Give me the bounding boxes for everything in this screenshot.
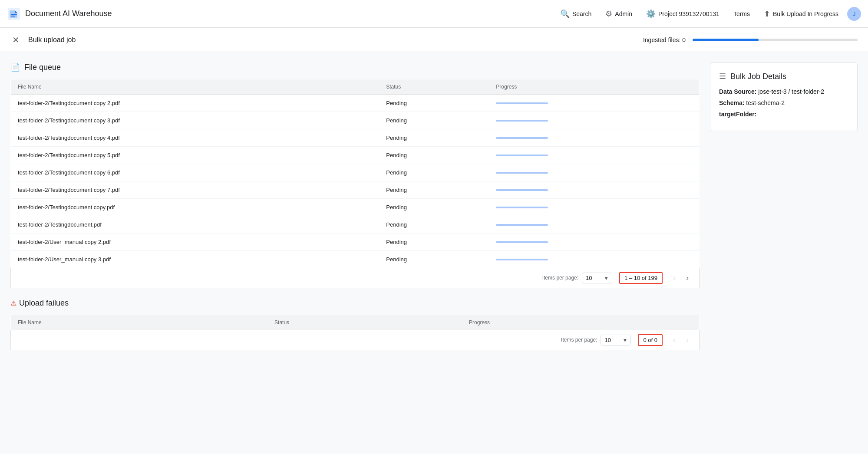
table-row: test-folder-2/User_manual copy 3.pdf Pen… [11, 251, 700, 268]
file-name-cell: test-folder-2/Testingdocument.pdf [11, 216, 380, 234]
bulk-job-details-card: ☰ Bulk Job Details Data Source: jose-tes… [710, 63, 858, 131]
progress-cell [489, 216, 699, 234]
mini-progress-bar [496, 120, 548, 122]
mini-progress-bar [496, 259, 548, 260]
data-source-label: Data Source: [719, 88, 756, 95]
close-button[interactable]: ✕ [10, 33, 21, 47]
admin-icon: ⚙ [605, 9, 612, 19]
mini-progress-bar [496, 224, 548, 226]
status-cell: Pending [379, 112, 489, 129]
table-row: test-folder-2/Testingdocument copy 4.pdf… [11, 129, 700, 147]
status-cell: Pending [379, 147, 489, 164]
schema-label: Schema: [719, 99, 744, 106]
page-info: 1 – 10 of 199 [619, 272, 663, 284]
status-cell: Pending [379, 234, 489, 251]
progress-cell [489, 181, 699, 199]
bulk-upload-button[interactable]: ⬆ Bulk Upload In Progress [759, 6, 844, 22]
mini-progress-fill [496, 137, 548, 139]
avatar-initials: J [853, 10, 856, 17]
bulk-details-title: Bulk Job Details [730, 72, 786, 81]
table-row: test-folder-2/User_manual copy 2.pdf Pen… [11, 234, 700, 251]
failures-select-wrapper: 10 25 50 100 ▼ [601, 335, 631, 345]
file-name-cell: test-folder-2/Testingdocument copy 6.pdf [11, 164, 380, 181]
file-queue-pagination: Items per page: 10 25 50 100 ▼ 1 – 10 of… [10, 268, 700, 288]
col-progress: Progress [489, 79, 699, 95]
progress-bar-fill [693, 39, 759, 41]
failures-page-info: 0 of 0 [638, 334, 663, 346]
project-label: Project 939132700131 [658, 10, 719, 17]
file-name-cell: test-folder-2/Testingdocument copy 4.pdf [11, 129, 380, 147]
target-folder-row: targetFolder: [719, 111, 848, 118]
next-page-button[interactable]: › [683, 272, 692, 284]
mini-progress-bar [496, 189, 548, 191]
items-select-wrapper: 10 25 50 100 ▼ [582, 273, 612, 283]
upload-failures-section: ⚠ Upload failues File Name Status Progre… [10, 299, 700, 350]
search-button[interactable]: 🔍 Search [555, 6, 597, 22]
status-cell: Pending [379, 129, 489, 147]
bulk-upload-label: Bulk Upload In Progress [773, 10, 838, 17]
admin-button[interactable]: ⚙ Admin [600, 6, 637, 22]
upload-failures-title: Upload failues [19, 299, 69, 308]
mini-progress-fill [496, 172, 548, 174]
avatar[interactable]: J [847, 7, 861, 21]
subheader-title: Bulk upload job [28, 36, 76, 44]
failures-items-per-page-label: Items per page: [561, 337, 597, 344]
mini-progress-bar [496, 241, 548, 243]
terms-button[interactable]: Terms [728, 7, 755, 21]
failures-page-nav: ‹ › [670, 334, 692, 346]
failures-col-progress: Progress [462, 315, 699, 330]
app-logo[interactable]: Document AI Warehouse [7, 7, 112, 21]
main-layout: 📄 File queue File Name Status Progress t… [0, 52, 868, 454]
right-panel: ☰ Bulk Job Details Data Source: jose-tes… [710, 63, 858, 444]
failures-prev-page-button[interactable]: ‹ [670, 334, 679, 346]
bulk-details-icon: ☰ [719, 72, 726, 81]
col-file-name: File Name [11, 79, 380, 95]
status-cell: Pending [379, 95, 489, 112]
col-status: Status [379, 79, 489, 95]
sub-header: ✕ Bulk upload job Ingested files: 0 [0, 28, 868, 52]
upload-failures-header: ⚠ Upload failues [10, 299, 700, 308]
left-panel: 📄 File queue File Name Status Progress t… [10, 63, 700, 444]
file-name-cell: test-folder-2/User_manual copy 2.pdf [11, 234, 380, 251]
mini-progress-bar [496, 207, 548, 208]
ingested-label: Ingested files: 0 [643, 36, 686, 43]
file-queue-table: File Name Status Progress test-folder-2/… [10, 79, 700, 268]
top-nav: Document AI Warehouse 🔍 Search ⚙ Admin ⚙… [0, 0, 868, 28]
progress-cell [489, 95, 699, 112]
bulk-details-header: ☰ Bulk Job Details [719, 72, 848, 81]
table-row: test-folder-2/Testingdocument.pdf Pendin… [11, 216, 700, 234]
status-cell: Pending [379, 216, 489, 234]
mini-progress-fill [496, 207, 548, 208]
table-row: test-folder-2/Testingdocument copy.pdf P… [11, 199, 700, 216]
upload-failures-table: File Name Status Progress [10, 315, 700, 330]
progress-cell [489, 164, 699, 181]
file-name-cell: test-folder-2/Testingdocument copy.pdf [11, 199, 380, 216]
project-button[interactable]: ⚙️ Project 939132700131 [641, 6, 725, 22]
status-cell: Pending [379, 199, 489, 216]
logo-icon [7, 7, 21, 21]
mini-progress-fill [496, 259, 548, 260]
failures-next-page-button[interactable]: › [683, 334, 692, 346]
svg-rect-1 [11, 14, 17, 15]
admin-label: Admin [615, 10, 632, 17]
table-row: test-folder-2/Testingdocument copy 5.pdf… [11, 147, 700, 164]
items-per-page-select[interactable]: 10 25 50 100 [582, 273, 612, 283]
schema-value: test-schema-2 [746, 99, 785, 106]
prev-page-button[interactable]: ‹ [670, 272, 679, 284]
warning-icon: ⚠ [10, 299, 17, 307]
svg-rect-2 [11, 16, 15, 16]
failures-items-per-page-group: Items per page: 10 25 50 100 ▼ [561, 335, 631, 345]
failures-items-per-page-select[interactable]: 10 25 50 100 [601, 335, 631, 345]
mini-progress-bar [496, 155, 548, 156]
file-name-cell: test-folder-2/Testingdocument copy 2.pdf [11, 95, 380, 112]
mini-progress-fill [496, 120, 548, 122]
page-nav: ‹ › [670, 272, 692, 284]
items-per-page-label: Items per page: [542, 275, 578, 282]
file-queue-icon: 📄 [10, 63, 20, 72]
table-row: test-folder-2/Testingdocument copy 6.pdf… [11, 164, 700, 181]
mini-progress-fill [496, 102, 548, 104]
gear-icon: ⚙️ [646, 9, 656, 19]
failures-col-status: Status [267, 315, 462, 330]
search-label: Search [572, 10, 591, 17]
mini-progress-fill [496, 155, 548, 156]
